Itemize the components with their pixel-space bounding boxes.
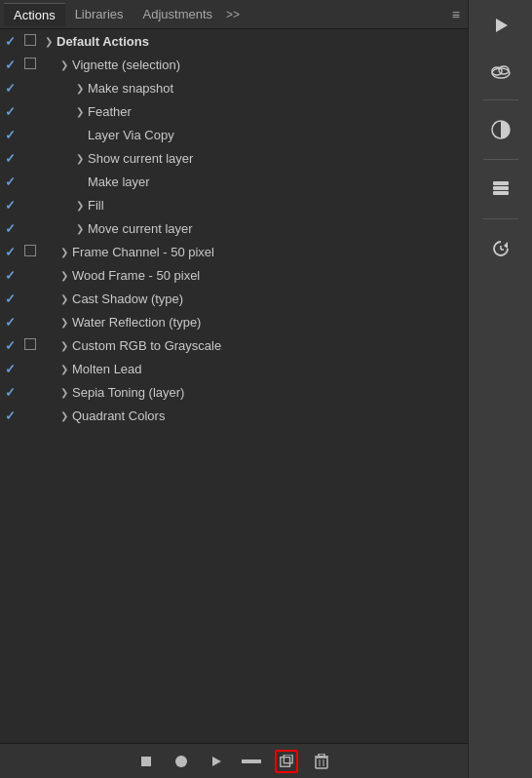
svg-marker-2	[212, 757, 221, 766]
svg-rect-18	[493, 181, 509, 185]
check-mark: ✓	[0, 362, 19, 376]
svg-marker-11	[496, 19, 508, 32]
tab-bar: Actions Libraries Adjustments >> ≡	[0, 0, 468, 29]
sidebar-divider-3	[483, 218, 518, 219]
tab-actions[interactable]: Actions	[4, 3, 65, 26]
play-sidebar-button[interactable]	[481, 6, 520, 45]
check-mark: ✓	[0, 81, 19, 96]
row-label: Frame Channel - 50 pixel	[72, 245, 464, 259]
check-mark: ✓	[0, 268, 19, 283]
list-item[interactable]: ✓ ❯ Custom RGB to Grayscale	[0, 333, 468, 357]
tab-adjustments[interactable]: Adjustments	[133, 3, 223, 25]
row-label: Make layer	[88, 175, 464, 189]
svg-rect-16	[493, 191, 509, 195]
sidebar-divider-2	[483, 159, 518, 160]
expand-arrow[interactable]: ❯	[72, 153, 88, 164]
add-action-button[interactable]	[240, 750, 263, 773]
list-item[interactable]: ✓ ❯ Default Actions	[0, 29, 468, 53]
expand-arrow[interactable]: ❯	[72, 200, 88, 211]
expand-arrow[interactable]: ❯	[57, 270, 72, 281]
check-mark: ✓	[0, 385, 19, 400]
check-mark: ✓	[0, 245, 19, 259]
list-item[interactable]: ✓ Layer Via Copy	[0, 123, 468, 146]
check-mark: ✓	[0, 104, 19, 119]
check-mark: ✓	[0, 315, 19, 330]
row-label: Water Reflection (type)	[72, 315, 464, 330]
list-item[interactable]: ✓ ❯ Make snapshot	[0, 76, 468, 99]
check-mark: ✓	[0, 292, 19, 306]
check-mark: ✓	[0, 58, 19, 72]
row-box-icon	[19, 58, 41, 71]
expand-arrow[interactable]: ❯	[57, 247, 72, 257]
check-mark: ✓	[0, 151, 19, 166]
row-label: Quadrant Colors	[72, 408, 464, 423]
expand-arrow[interactable]: ❯	[57, 293, 72, 304]
check-mark: ✓	[0, 338, 19, 353]
list-item[interactable]: ✓ ❯ Water Reflection (type)	[0, 310, 468, 333]
play-button[interactable]	[205, 750, 228, 773]
expand-arrow[interactable]: ❯	[57, 317, 72, 328]
row-label: Vignette (selection)	[72, 58, 464, 72]
list-item[interactable]: ✓ ❯ Cast Shadow (type)	[0, 287, 468, 310]
action-list[interactable]: ✓ ❯ Default Actions ✓ ❯ Vignette (select…	[0, 29, 468, 743]
row-label: Default Actions	[57, 34, 464, 49]
row-label: Wood Frame - 50 pixel	[72, 268, 464, 283]
svg-rect-4	[281, 757, 290, 766]
list-item[interactable]: ✓ ❯ Show current layer	[0, 146, 468, 170]
tab-libraries[interactable]: Libraries	[65, 3, 133, 25]
check-mark: ✓	[0, 128, 19, 142]
row-label: Layer Via Copy	[88, 128, 464, 142]
list-item[interactable]: ✓ ❯ Frame Channel - 50 pixel	[0, 240, 468, 263]
check-mark: ✓	[0, 34, 19, 49]
row-label: Cast Shadow (type)	[72, 292, 464, 306]
expand-arrow[interactable]: ❯	[41, 36, 57, 47]
list-item[interactable]: ✓ Make layer	[0, 170, 468, 193]
expand-arrow[interactable]: ❯	[57, 387, 72, 398]
list-item[interactable]: ✓ ❯ Wood Frame - 50 pixel	[0, 263, 468, 287]
row-box-icon	[19, 34, 41, 48]
expand-arrow[interactable]: ❯	[57, 59, 72, 70]
expand-arrow[interactable]: ❯	[57, 410, 72, 421]
right-sidebar	[468, 0, 532, 778]
new-action-button[interactable]	[275, 750, 298, 773]
row-label: Feather	[88, 104, 464, 119]
cloud-sidebar-button[interactable]	[481, 51, 520, 90]
row-label: Molten Lead	[72, 362, 464, 376]
sidebar-divider	[483, 99, 518, 100]
row-label: Make snapshot	[88, 81, 464, 96]
list-item[interactable]: ✓ ❯ Sepia Toning (layer)	[0, 380, 468, 404]
list-item[interactable]: ✓ ❯ Feather	[0, 99, 468, 123]
row-box-icon	[19, 338, 41, 352]
row-label: Sepia Toning (layer)	[72, 385, 464, 400]
svg-rect-17	[493, 186, 509, 190]
list-item[interactable]: ✓ ❯ Molten Lead	[0, 357, 468, 380]
expand-arrow[interactable]: ❯	[57, 340, 72, 351]
list-item[interactable]: ✓ ❯ Quadrant Colors	[0, 404, 468, 427]
expand-arrow[interactable]: ❯	[57, 364, 72, 374]
svg-rect-5	[284, 755, 292, 763]
delete-button[interactable]	[310, 750, 333, 773]
record-button[interactable]	[170, 750, 193, 773]
bottom-toolbar	[0, 743, 468, 778]
stop-button[interactable]	[134, 750, 158, 773]
expand-arrow[interactable]: ❯	[72, 83, 88, 94]
expand-arrow[interactable]: ❯	[72, 106, 88, 117]
row-label: Show current layer	[88, 151, 464, 166]
check-mark: ✓	[0, 221, 19, 236]
check-mark: ✓	[0, 408, 19, 423]
list-item[interactable]: ✓ ❯ Move current layer	[0, 216, 468, 240]
svg-rect-3	[242, 759, 261, 763]
list-item[interactable]: ✓ ❯ Fill	[0, 193, 468, 216]
list-item[interactable]: ✓ ❯ Vignette (selection)	[0, 53, 468, 76]
adjust-sidebar-button[interactable]	[481, 110, 520, 149]
layers-sidebar-button[interactable]	[481, 170, 520, 209]
expand-arrow[interactable]: ❯	[72, 223, 88, 234]
row-label: Custom RGB to Grayscale	[72, 338, 464, 353]
check-mark: ✓	[0, 175, 19, 189]
history-sidebar-button[interactable]	[481, 229, 520, 268]
tab-overflow[interactable]: >>	[226, 8, 240, 21]
row-box-icon	[19, 245, 41, 258]
svg-marker-19	[504, 242, 508, 249]
row-label: Fill	[88, 198, 464, 213]
tab-menu-icon[interactable]: ≡	[448, 7, 464, 22]
